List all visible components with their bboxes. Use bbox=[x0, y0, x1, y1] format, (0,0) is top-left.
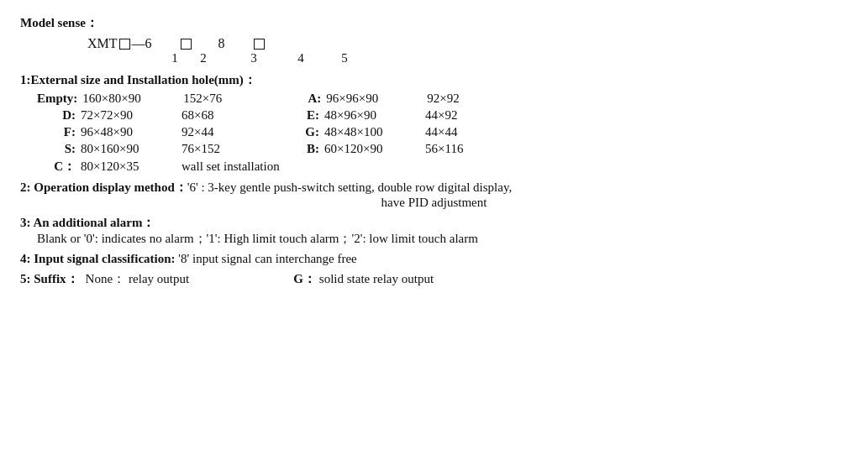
right-label-3: B: bbox=[299, 142, 324, 156]
right-hole-3: 56×116 bbox=[425, 142, 509, 156]
section4: 4: Input signal classification: '8' inpu… bbox=[20, 252, 848, 266]
right-hole-0: 92×92 bbox=[427, 92, 511, 106]
left-hole-1: 68×68 bbox=[181, 108, 299, 123]
left-label-2: F: bbox=[37, 125, 81, 139]
section1: 1:External size and Installation hole(mm… bbox=[20, 72, 848, 175]
eight-label: 8 bbox=[218, 36, 225, 51]
model-xmt-row: XMT—6 8 bbox=[87, 36, 848, 51]
right-hole-1: 44×92 bbox=[425, 108, 509, 123]
section2-text2: have PID adjustment bbox=[20, 196, 848, 210]
none-label: None： bbox=[86, 271, 126, 287]
section3-text: Blank or '0': indicates no alarm；'1': Hi… bbox=[37, 231, 848, 247]
section3-title: 3: An additional alarm： bbox=[20, 215, 848, 231]
section2-text1: '6' : 3-key gentle push-switch setting, … bbox=[187, 180, 512, 194]
section5: 5: Suffix： None： relay output G： solid s… bbox=[20, 271, 848, 287]
num4: 4 bbox=[292, 51, 309, 65]
left-size-4: 80×120×35 bbox=[81, 160, 181, 174]
right-label-0: A: bbox=[301, 92, 326, 106]
left-label-0: Empty: bbox=[37, 92, 82, 106]
left-size-1: 72×72×90 bbox=[81, 108, 181, 123]
table-row: Empty: 160×80×90 152×76 A: 96×96×90 92×9… bbox=[20, 92, 848, 106]
right-size-1: 48×96×90 bbox=[324, 108, 425, 123]
right-hole-2: 44×44 bbox=[425, 125, 509, 139]
table-row: C： 80×120×35 wall set installation bbox=[20, 159, 848, 175]
left-size-2: 96×48×90 bbox=[81, 125, 181, 139]
left-label-4: C： bbox=[37, 159, 81, 175]
num5: 5 bbox=[336, 51, 353, 65]
model-sense-section: Model sense： XMT—6 8 1 2 3 4 5 bbox=[20, 15, 848, 65]
right-size-3: 60×120×90 bbox=[324, 142, 425, 156]
right-label-2: G: bbox=[299, 125, 324, 139]
section3: 3: An additional alarm： Blank or '0': in… bbox=[20, 215, 848, 247]
section5-title: 5: Suffix： bbox=[20, 271, 79, 287]
box2-icon bbox=[181, 39, 192, 50]
num3: 3 bbox=[245, 51, 262, 65]
g-val: solid state relay output bbox=[319, 272, 434, 286]
table-row: D: 72×72×90 68×68 E: 48×96×90 44×92 bbox=[20, 108, 848, 123]
right-size-0: 96×96×90 bbox=[326, 92, 427, 106]
g-label: G： bbox=[293, 271, 316, 287]
section2: 2: Operation display method：'6' : 3-key … bbox=[20, 180, 848, 210]
right-label-1: E: bbox=[299, 108, 324, 123]
box1-icon bbox=[119, 39, 130, 50]
table-row: F: 96×48×90 92×44 G: 48×48×100 44×44 bbox=[20, 125, 848, 139]
left-size-3: 80×160×90 bbox=[81, 142, 181, 156]
model-title: Model sense： bbox=[20, 15, 848, 31]
box3-icon bbox=[254, 39, 265, 50]
model-numbers-row: 1 2 3 4 5 bbox=[166, 51, 848, 65]
left-hole-0: 152×76 bbox=[183, 92, 301, 106]
section1-title: 1:External size and Installation hole(mm… bbox=[20, 72, 848, 88]
xmt-label: XMT bbox=[87, 36, 118, 51]
left-size-0: 160×80×90 bbox=[82, 92, 183, 106]
left-hole-4: wall set installation bbox=[181, 160, 299, 174]
dash: — bbox=[132, 36, 145, 51]
right-size-2: 48×48×100 bbox=[324, 125, 425, 139]
left-hole-3: 76×152 bbox=[181, 142, 299, 156]
section4-title: 4: Input signal classification: bbox=[20, 252, 176, 265]
section2-title: 2: Operation display method： bbox=[20, 180, 187, 194]
left-label-3: S: bbox=[37, 142, 81, 156]
section4-text: '8' input signal can interchange free bbox=[178, 252, 356, 265]
six-label: 6 bbox=[145, 36, 152, 51]
num2: 2 bbox=[195, 51, 212, 65]
left-label-1: D: bbox=[37, 108, 81, 123]
num1: 1 bbox=[166, 51, 183, 65]
table-row: S: 80×160×90 76×152 B: 60×120×90 56×116 bbox=[20, 142, 848, 156]
left-hole-2: 92×44 bbox=[181, 125, 299, 139]
none-val: relay output bbox=[129, 272, 189, 286]
size-rows: Empty: 160×80×90 152×76 A: 96×96×90 92×9… bbox=[20, 92, 848, 175]
